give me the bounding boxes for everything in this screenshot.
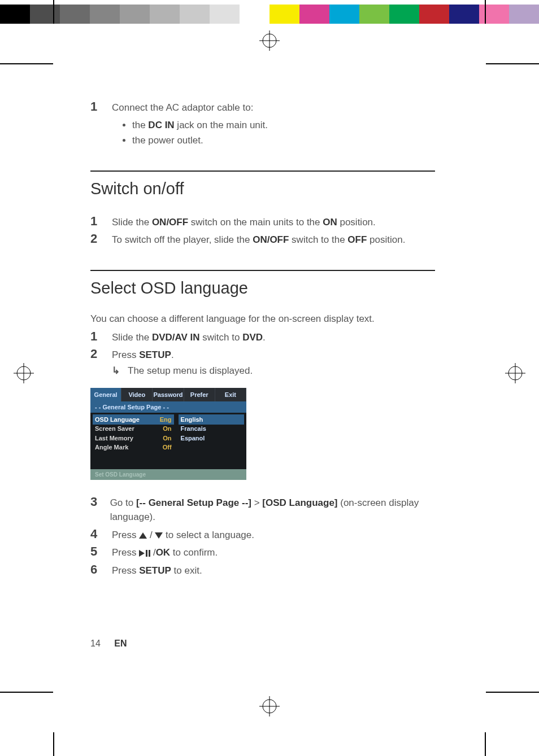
osd-settings-list: OSD LanguageEngScreen SaverOnLast Memory… xyxy=(90,413,176,469)
step-number: 3 xyxy=(90,495,110,509)
section-divider xyxy=(90,171,435,172)
section-intro: You can choose a different language for … xyxy=(90,313,435,325)
osd-option: Espanol xyxy=(181,434,242,443)
step-number: 1 xyxy=(90,329,112,344)
step-text: Go to [-- General Setup Page --] > [OSD … xyxy=(110,496,435,525)
color-swatch xyxy=(240,5,270,24)
step-number: 6 xyxy=(90,562,112,577)
section-heading-switch: Switch on/off xyxy=(90,180,435,198)
step-2: 2 Press SETUP. xyxy=(90,347,435,362)
osd-tab: Video xyxy=(121,388,153,401)
color-swatch xyxy=(180,5,210,24)
color-swatch xyxy=(449,5,479,24)
osd-setting-row: OSD LanguageEng xyxy=(93,414,174,425)
color-swatch xyxy=(150,5,180,24)
result-text: The setup menu is displayed. xyxy=(128,365,253,377)
osd-screenshot: GeneralVideoPasswordPreferExit - - Gener… xyxy=(90,388,246,480)
color-swatch xyxy=(389,5,419,24)
osd-setting-row: Last MemoryOn xyxy=(95,434,172,443)
step-1: 1 Slide the DVD/AV IN switch to DVD. xyxy=(90,329,435,345)
crop-mark xyxy=(0,692,53,693)
crop-mark xyxy=(485,732,486,756)
down-triangle-icon xyxy=(155,532,163,539)
section-divider xyxy=(90,270,435,271)
color-swatch xyxy=(30,5,60,24)
step-1: 1 Connect the AC adaptor cable to: xyxy=(90,99,435,115)
step-number: 2 xyxy=(90,347,112,361)
page-number: 14 xyxy=(90,639,101,648)
color-swatch xyxy=(419,5,449,24)
color-swatch xyxy=(359,5,389,24)
step-text: Press SETUP to exit. xyxy=(112,563,202,578)
step-1: 1 Slide the ON/OFF switch on the main un… xyxy=(90,214,435,230)
bullet-list: the DC IN jack on the main unit. the pow… xyxy=(90,117,435,148)
step-text: Press /OK to confirm. xyxy=(112,545,218,560)
page-content: 1 Connect the AC adaptor cable to: the D… xyxy=(90,99,435,580)
step-result: ↳ The setup menu is displayed. xyxy=(90,365,435,377)
result-arrow-icon: ↳ xyxy=(112,365,128,377)
osd-setting-row: Angle MarkOff xyxy=(95,443,172,452)
osd-tab: Password xyxy=(153,388,184,401)
crop-mark xyxy=(0,63,53,64)
step-number: 2 xyxy=(90,231,112,246)
step-3: 3 Go to [-- General Setup Page --] > [OS… xyxy=(90,495,435,525)
step-6: 6 Press SETUP to exit. xyxy=(90,562,435,578)
osd-option: Francais xyxy=(181,424,242,434)
registration-mark-icon xyxy=(14,363,34,383)
osd-setting-row: Screen SaverOn xyxy=(95,424,172,434)
play-pause-icon xyxy=(139,550,150,557)
color-swatch xyxy=(329,5,359,24)
osd-tab: Prefer xyxy=(184,388,215,401)
crop-mark xyxy=(53,732,54,756)
color-swatch xyxy=(90,5,120,24)
step-4: 4 Press / to select a language. xyxy=(90,527,435,543)
step-text: Slide the DVD/AV IN switch to DVD. xyxy=(112,330,266,345)
step-number: 4 xyxy=(90,527,112,541)
crop-mark xyxy=(53,0,54,24)
registration-mark-icon xyxy=(505,363,525,383)
osd-options-list: EnglishFrancaisEspanol xyxy=(176,413,246,469)
step-2: 2 To switch off the player, slide the ON… xyxy=(90,231,435,247)
page-lang: EN xyxy=(114,639,127,648)
color-swatch xyxy=(120,5,150,24)
osd-option: English xyxy=(179,414,244,425)
step-number: 5 xyxy=(90,544,112,559)
step-text: To switch off the player, slide the ON/O… xyxy=(112,233,405,247)
registration-mark-icon xyxy=(259,696,280,716)
color-swatch xyxy=(299,5,329,24)
section-heading-osd: Select OSD language xyxy=(90,279,435,298)
step-number: 1 xyxy=(90,99,112,114)
osd-footer: Set OSD Language xyxy=(90,469,246,480)
osd-tab: General xyxy=(90,388,121,401)
step-text: Slide the ON/OFF switch on the main unit… xyxy=(112,215,376,230)
up-triangle-icon xyxy=(139,532,147,539)
registration-mark-icon xyxy=(259,30,280,51)
step-text: Connect the AC adaptor cable to: xyxy=(112,100,253,115)
crop-mark xyxy=(486,692,539,693)
step-text: Press / to select a language. xyxy=(112,528,254,543)
color-swatch xyxy=(270,5,299,24)
print-color-bar xyxy=(0,5,539,24)
osd-tab: Exit xyxy=(215,388,246,401)
step-text: Press SETUP. xyxy=(112,348,174,362)
list-item: the power outlet. xyxy=(132,133,435,148)
color-swatch xyxy=(60,5,90,24)
page-footer: 14 EN xyxy=(90,639,127,649)
osd-body: OSD LanguageEngScreen SaverOnLast Memory… xyxy=(90,413,246,469)
color-swatch xyxy=(210,5,240,24)
color-swatch xyxy=(479,5,509,24)
crop-mark xyxy=(486,63,539,64)
crop-mark xyxy=(485,0,486,24)
list-item: the DC IN jack on the main unit. xyxy=(132,117,435,133)
step-5: 5 Press /OK to confirm. xyxy=(90,544,435,560)
osd-header: - - General Setup Page - - xyxy=(90,401,246,413)
step-number: 1 xyxy=(90,214,112,229)
osd-tabs: GeneralVideoPasswordPreferExit xyxy=(90,388,246,401)
color-swatch xyxy=(0,5,30,24)
color-swatch xyxy=(509,5,539,24)
